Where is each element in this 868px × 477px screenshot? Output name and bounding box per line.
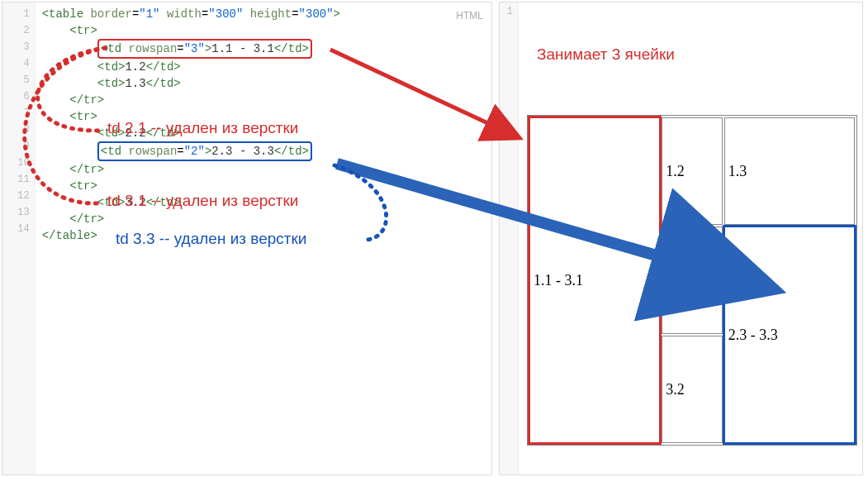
line-number: 6 xyxy=(2,88,30,105)
preview-pane: 1 1.1 - 3.1 1.2 1.3 2.2 2.3 - 3.3 3.2 xyxy=(499,2,863,475)
code-line: <td rowspan="2">2.3 - 3.3</td> xyxy=(42,141,491,161)
code-line: <td rowspan="3">1.1 - 3.1</td> xyxy=(42,39,491,59)
line-number: 8 xyxy=(2,122,30,138)
cell-1-2: 1.2 xyxy=(662,117,722,225)
code-line: <td>1.3</td> xyxy=(42,75,491,92)
rowspan3-highlight: <td rowspan="3">1.1 - 3.1</td> xyxy=(97,39,312,59)
cell-1-3: 1.3 xyxy=(724,117,855,225)
line-number: 2 xyxy=(2,22,30,39)
language-badge: HTML xyxy=(456,7,483,24)
line-number: 5 xyxy=(2,72,30,88)
code-line: <table border="1" width="300" height="30… xyxy=(42,6,491,22)
code-line: </tr> xyxy=(42,161,491,178)
cell-1-1-rowspan3: 1.1 - 3.1 xyxy=(529,117,660,443)
line-number: 13 xyxy=(2,204,30,221)
line-number: 9 xyxy=(2,138,30,155)
code-line: </tr> xyxy=(42,92,491,108)
annotation-td-2-1-removed: td 2.1 -- удален из верстки xyxy=(107,119,298,137)
preview-area: 1.1 - 3.1 1.2 1.3 2.2 2.3 - 3.3 3.2 xyxy=(519,2,862,475)
table-row: 1.1 - 3.1 1.2 1.3 xyxy=(529,117,855,225)
preview-line-gutter: 1 xyxy=(500,2,519,475)
cell-3-2: 3.2 xyxy=(662,336,722,443)
cell-2-3-rowspan2: 2.3 - 3.3 xyxy=(724,227,855,443)
annotation-td-3-3-removed: td 3.3 -- удален из верстки xyxy=(116,230,306,248)
line-number: 7 xyxy=(2,105,30,122)
code-line: <tr> xyxy=(42,22,491,39)
annotation-td-3-1-removed: td 3.1 -- удален из верстки xyxy=(107,192,298,210)
cell-2-2: 2.2 xyxy=(662,227,722,334)
line-number-gutter: 1 2 3 4 5 6 7 8 9 10 11 12 13 14 xyxy=(2,2,36,475)
rendered-table: 1.1 - 3.1 1.2 1.3 2.2 2.3 - 3.3 3.2 xyxy=(527,115,857,446)
line-number: 10 xyxy=(2,155,30,171)
annotation-takes-3-cells: Занимает 3 ячейки xyxy=(537,45,675,64)
line-number: 12 xyxy=(2,188,30,204)
line-number: 1 xyxy=(500,6,513,17)
code-line: </tr> xyxy=(42,211,491,227)
line-number: 14 xyxy=(2,221,30,237)
line-number: 3 xyxy=(2,39,30,55)
code-line: <td>1.2</td> xyxy=(42,59,491,75)
line-number: 11 xyxy=(2,171,30,188)
line-number: 4 xyxy=(2,55,30,72)
rowspan2-highlight: <td rowspan="2">2.3 - 3.3</td> xyxy=(97,141,312,161)
line-number: 1 xyxy=(2,6,30,22)
